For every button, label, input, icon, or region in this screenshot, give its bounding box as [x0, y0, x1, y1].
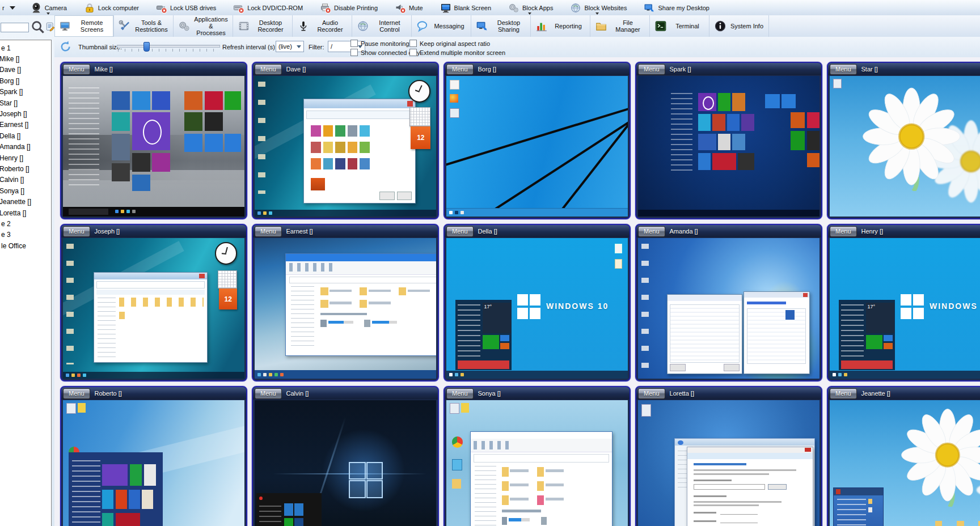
remote-screen-tile-dave[interactable]: Menu Dave [] 12	[252, 62, 439, 219]
remote-screen-tile-spark[interactable]: Menu Spark []	[635, 62, 822, 219]
tile-menu-button[interactable]: Menu	[255, 226, 282, 237]
thumbnail-desktop[interactable]: 12	[255, 76, 436, 217]
tab-internet-control[interactable]: Internet Control	[352, 15, 412, 37]
thumbnail-desktop[interactable]	[446, 76, 628, 217]
slider-thumb[interactable]	[143, 42, 150, 52]
remote-screen-tile-della[interactable]: Menu Henry [] WINDOWS 17°	[827, 224, 980, 381]
tile-menu-button[interactable]: Menu	[446, 226, 474, 237]
remote-screen-tile-amanda[interactable]: Menu Amanda []	[635, 224, 822, 381]
remote-screen-tile-earnest[interactable]: Menu Earnest []	[252, 224, 439, 381]
remote-screen-tile-calvin[interactable]: Menu Calvin []	[252, 386, 439, 526]
tile-menu-button[interactable]: Menu	[830, 226, 857, 237]
sidebar-item-dave-[interactable]: Dave []	[0, 65, 51, 75]
tile-menu-button[interactable]: Menu	[638, 64, 665, 75]
block-apps-button[interactable]: Block Apps	[500, 0, 561, 15]
tile-menu-button[interactable]: Menu	[638, 226, 665, 237]
checkbox-box[interactable]	[350, 49, 358, 56]
checkbox-pause-monitoring[interactable]: Pause monitoring	[350, 40, 409, 47]
tab-desktop-recorder[interactable]: Desktop Recorder	[233, 15, 293, 37]
tile-menu-button[interactable]: Menu	[638, 388, 665, 399]
share-my-desktop-button[interactable]: Share my Desktop	[635, 0, 717, 15]
tab-desktop-sharing[interactable]: Desktop Sharing	[471, 15, 531, 37]
sidebar-item-amanda-[interactable]: Amanda []	[0, 142, 51, 152]
lock-computer-button[interactable]: Lock computer	[75, 0, 147, 15]
sidebar-item-joseph-[interactable]: Joseph []	[0, 108, 51, 119]
tile-menu-button[interactable]: Menu	[830, 64, 857, 75]
tile-menu-button[interactable]: Menu	[63, 226, 90, 237]
lock-dvd-cd-rom-button[interactable]: Lock DVD/CD-ROM	[225, 0, 311, 15]
tab-terminal[interactable]: Terminal	[650, 15, 709, 37]
remote-screen-tile-della[interactable]: Menu Della [] WINDOWS 10 17°	[443, 224, 631, 381]
tile-menu-button[interactable]: Menu	[446, 64, 474, 75]
thumbnail-desktop[interactable]	[830, 76, 980, 217]
sidebar-item-roberto-[interactable]: Roberto []	[0, 163, 51, 174]
sidebar-item-jeanette-[interactable]: Jeanette []	[0, 196, 51, 207]
sidebar-item-calvin-[interactable]: Calvin []	[0, 175, 51, 185]
tab-applications-processes[interactable]: Applications & Processes	[174, 15, 233, 37]
thumbnail-desktop[interactable]: WINDOWS 17°	[830, 238, 980, 379]
remote-screen-tile-borg[interactable]: Menu Borg []	[443, 62, 631, 219]
tile-menu-button[interactable]: Menu	[830, 388, 857, 399]
toolbar-overflow-button[interactable]: r	[0, 3, 22, 12]
camera-button[interactable]: Camera	[22, 0, 75, 15]
remote-screen-tile-joseph[interactable]: Menu Joseph [] 12	[60, 224, 247, 381]
sidebar-item-sonya-[interactable]: Sonya []	[0, 185, 51, 196]
thumbnail-desktop[interactable]	[446, 400, 628, 526]
thumbnail-desktop[interactable]	[255, 238, 436, 379]
remote-screen-tile-star[interactable]: Menu Star []	[827, 62, 980, 219]
remote-screen-tile-sonya[interactable]: Menu Sonya []	[443, 386, 631, 526]
sidebar-item-mike-[interactable]: Mike []	[0, 53, 51, 64]
sidebar-item-henry-[interactable]: Henry []	[0, 152, 51, 163]
tab-file-manager[interactable]: File Manager	[590, 15, 650, 37]
sidebar-item-earnest-[interactable]: Earnest []	[0, 120, 51, 130]
thumbnail-desktop[interactable]	[63, 400, 244, 526]
tile-menu-button[interactable]: Menu	[255, 388, 282, 399]
thumbnail-desktop[interactable]	[638, 400, 820, 526]
block-websites-button[interactable]: Block Websites	[561, 0, 635, 15]
tile-menu-button[interactable]: Menu	[255, 64, 282, 75]
checkbox-extend-multiple-monitor-screen[interactable]: Extend multiple monitor screen	[409, 49, 505, 56]
checkbox-box[interactable]	[350, 40, 358, 47]
sidebar-item-e-3[interactable]: e 3	[0, 230, 51, 240]
sidebar-item-star-[interactable]: Star []	[0, 97, 51, 108]
lock-usb-drives-button[interactable]: Lock USB drives	[147, 0, 225, 15]
refresh-icon[interactable]	[59, 40, 72, 53]
search-input[interactable]	[1, 23, 29, 32]
remote-screen-tile-jeanette[interactable]: Menu Jeanette []	[827, 386, 980, 526]
tab-messaging[interactable]: Messaging	[412, 15, 471, 37]
checkbox-keep-original-aspect-ratio[interactable]: Keep original aspect ratio	[409, 40, 490, 47]
thumbnail-desktop[interactable]: 12	[63, 238, 244, 379]
sidebar-item-loretta-[interactable]: Loretta []	[0, 207, 51, 218]
tab-remote-screens[interactable]: Remote Screens	[54, 15, 114, 37]
disable-printing-button[interactable]: Disable Printing	[311, 0, 386, 15]
tile-menu-button[interactable]: Menu	[446, 388, 474, 399]
thumbnail-desktop[interactable]	[63, 76, 244, 217]
sidebar-item-spark-[interactable]: Spark []	[0, 87, 51, 97]
tab-tools-restrictions[interactable]: Tools & Restrictions	[114, 15, 174, 37]
checkbox-box[interactable]	[409, 40, 417, 47]
sidebar-item-borg-[interactable]: Borg []	[0, 75, 51, 86]
sidebar-item-della-[interactable]: Della []	[0, 130, 51, 141]
tile-menu-button[interactable]: Menu	[63, 64, 90, 75]
thumbnail-desktop[interactable]	[638, 238, 820, 379]
remote-screen-tile-roberto[interactable]: Menu Roberto []	[60, 386, 247, 526]
tab-audio-recorder[interactable]: Audio Recorder	[293, 15, 352, 37]
thumbnail-size-slider[interactable]	[117, 42, 220, 52]
tab-system-info[interactable]: System Info	[709, 15, 769, 37]
tile-menu-button[interactable]: Menu	[63, 388, 90, 399]
blank-screen-button[interactable]: Blank Screen	[432, 0, 500, 15]
sidebar-item-e-1[interactable]: e 1	[0, 43, 51, 53]
thumbnail-desktop[interactable]: WINDOWS 10 17°	[446, 238, 628, 379]
thumbnail-desktop[interactable]	[638, 76, 820, 217]
remote-screen-tile-loretta[interactable]: Menu Loretta []	[635, 386, 822, 526]
mute-button[interactable]: Mute	[386, 0, 431, 15]
tab-reporting[interactable]: Reporting	[531, 15, 590, 37]
thumbnail-desktop[interactable]	[830, 400, 980, 526]
sidebar-item-le-office[interactable]: le Office	[0, 240, 51, 251]
remote-screen-tile-mike[interactable]: Menu Mike []	[60, 62, 247, 219]
thumbnail-desktop[interactable]	[255, 400, 436, 526]
refresh-interval-select[interactable]: (live)	[276, 41, 304, 52]
search-icon[interactable]	[31, 20, 45, 35]
sidebar-item-e-2[interactable]: e 2	[0, 218, 51, 229]
checkbox-box[interactable]	[409, 49, 417, 56]
